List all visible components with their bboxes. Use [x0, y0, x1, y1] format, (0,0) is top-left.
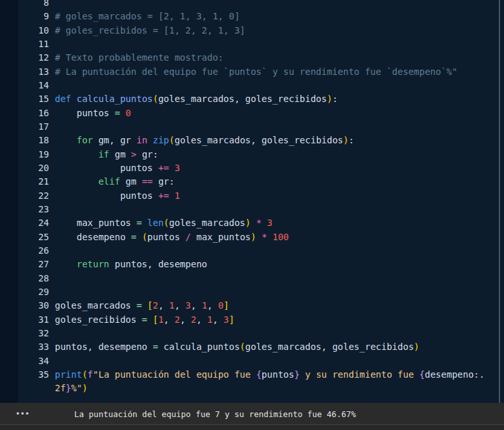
code-line-content: return puntos, desempeno	[55, 258, 207, 271]
code-token: max_puntos	[191, 232, 251, 242]
code-token: )	[414, 342, 419, 352]
code-token: :	[348, 135, 354, 145]
line-number: 20	[0, 161, 49, 175]
code-line[interactable]: 35print(f"La puntuación del equipo fue {…	[0, 368, 504, 382]
code-line[interactable]: 32	[0, 327, 504, 340]
code-line-content: elif gm == gr:	[55, 175, 174, 189]
code-token: ,	[196, 314, 207, 325]
code-token: goles_marcados	[169, 218, 245, 228]
line-number: 11	[0, 37, 49, 51]
code-token: 1	[174, 190, 179, 201]
code-token: # Texto probablemente mostrado:	[55, 52, 223, 63]
code-line[interactable]: 22 puntos += 1	[0, 189, 504, 203]
code-token: (	[240, 342, 245, 352]
code-token: 1	[202, 300, 207, 311]
code-token: # goles_marcados = [2, 1, 3, 1, 0]	[55, 11, 240, 21]
line-number: 14	[0, 79, 49, 92]
code-line[interactable]: 33puntos, desempeno = calcula_puntos(gol…	[0, 340, 504, 354]
line-number: 19	[0, 148, 49, 161]
code-line[interactable]: 27 return puntos, desempeno	[0, 258, 504, 271]
code-line[interactable]: 25 desempeno = (puntos / max_puntos) * 1…	[0, 230, 504, 244]
code-token: puntos	[55, 108, 115, 118]
code-token: elif	[98, 176, 120, 187]
code-line[interactable]: 26	[0, 244, 504, 258]
code-line[interactable]: 24 max_puntos = len(goles_marcados) * 3	[0, 216, 504, 230]
code-token: (	[164, 218, 169, 228]
code-line[interactable]: 16 puntos = 0	[0, 107, 504, 120]
line-number: 16	[0, 107, 49, 120]
code-line[interactable]: 2f}%")	[0, 382, 504, 395]
notebook-cell-view: 89# goles_marcados = [2, 1, 3, 1, 0]10# …	[0, 0, 504, 430]
code-line[interactable]: 31goles_recibidos = [1, 2, 2, 1, 3]	[0, 313, 504, 327]
code-line-content: max_puntos = len(goles_marcados) * 3	[55, 216, 272, 230]
code-token: %"	[71, 383, 82, 393]
code-line[interactable]: 13# La puntuación del equipo fue `puntos…	[0, 65, 504, 79]
code-line[interactable]: 17	[0, 120, 504, 134]
code-token: /	[185, 232, 190, 242]
code-line[interactable]: 19 if gm > gr:	[0, 148, 504, 161]
code-token	[147, 314, 152, 325]
code-token: puntos	[147, 232, 185, 242]
line-number: 35	[0, 368, 49, 382]
code-line[interactable]: 12# Texto probablemente mostrado:	[0, 51, 504, 65]
code-line-content: desempeno = (puntos / max_puntos) * 100	[55, 230, 289, 244]
code-token: puntos, desempeno	[55, 342, 153, 352]
code-line[interactable]: 8	[0, 0, 504, 10]
code-token: max_puntos	[55, 218, 136, 228]
code-editor[interactable]: 89# goles_marcados = [2, 1, 3, 1, 0]10# …	[0, 0, 504, 403]
code-line[interactable]: 28	[0, 272, 504, 285]
code-token: ]	[223, 300, 228, 311]
code-line-content: # goles_marcados = [2, 1, 3, 1, 0]	[55, 10, 240, 23]
code-line[interactable]: 23	[0, 203, 504, 216]
code-token: goles_recibidos	[55, 314, 142, 325]
code-token: gr:	[153, 176, 175, 187]
line-number: 13	[0, 65, 49, 79]
code-token: 2	[191, 314, 196, 325]
code-token: puntos	[55, 190, 158, 201]
cell-output-text: La puntuación del equipo fue 7 y su rend…	[74, 409, 356, 418]
line-number: 32	[0, 327, 49, 340]
code-token: (	[153, 94, 158, 104]
code-token: 0	[126, 108, 131, 118]
code-line[interactable]: 15def calcula_puntos(goles_marcados, gol…	[0, 92, 504, 106]
line-number: 28	[0, 272, 49, 285]
editor-scrollbar[interactable]	[499, 0, 500, 403]
code-token: ,	[191, 300, 202, 311]
code-token: :.	[474, 369, 485, 380]
code-line-content: def calcula_puntos(goles_marcados, goles…	[55, 92, 338, 106]
code-token: (	[82, 369, 87, 380]
code-line[interactable]: 14	[0, 79, 504, 92]
code-line-content: puntos += 1	[55, 189, 180, 203]
code-line-content: print(f"La puntuación del equipo fue {pu…	[55, 368, 485, 382]
code-line[interactable]: 34	[0, 354, 504, 368]
code-token: desempeno	[425, 369, 474, 380]
code-token: :	[332, 94, 338, 104]
code-token: 3	[223, 314, 228, 325]
code-line[interactable]: 10# goles_recibidos = [1, 2, 2, 1, 3]	[0, 24, 504, 37]
code-token: return	[77, 259, 110, 269]
code-line[interactable]: 29	[0, 285, 504, 299]
code-token	[136, 232, 141, 242]
code-token: +=	[158, 190, 169, 201]
line-number: 8	[0, 0, 49, 10]
code-token	[251, 218, 256, 228]
code-token: *	[261, 232, 267, 242]
code-token: # La puntuación del equipo fue `puntos` …	[55, 67, 458, 77]
code-token: calcula_puntos	[77, 94, 153, 104]
line-number: 12	[0, 51, 49, 65]
code-token: )	[245, 218, 250, 228]
output-options-ellipsis-icon[interactable]: •••	[15, 409, 30, 418]
code-line[interactable]: 18 for gm, gr in zip(goles_marcados, gol…	[0, 134, 504, 147]
code-token	[55, 135, 77, 145]
line-number: 9	[0, 10, 49, 23]
code-token: print	[55, 369, 82, 380]
code-line[interactable]: 11	[0, 37, 504, 51]
code-line-content: # goles_recibidos = [1, 2, 2, 1, 3]	[55, 24, 245, 37]
code-line[interactable]: 9# goles_marcados = [2, 1, 3, 1, 0]	[0, 10, 504, 23]
code-line[interactable]: 20 puntos += 3	[0, 161, 504, 175]
code-line-content: # La puntuación del equipo fue `puntos` …	[55, 65, 458, 79]
code-token: {	[419, 369, 425, 380]
code-line[interactable]: 30goles_marcados = [2, 1, 3, 1, 0]	[0, 299, 504, 312]
code-token: 2	[153, 300, 158, 311]
code-line[interactable]: 21 elif gm == gr:	[0, 175, 504, 189]
